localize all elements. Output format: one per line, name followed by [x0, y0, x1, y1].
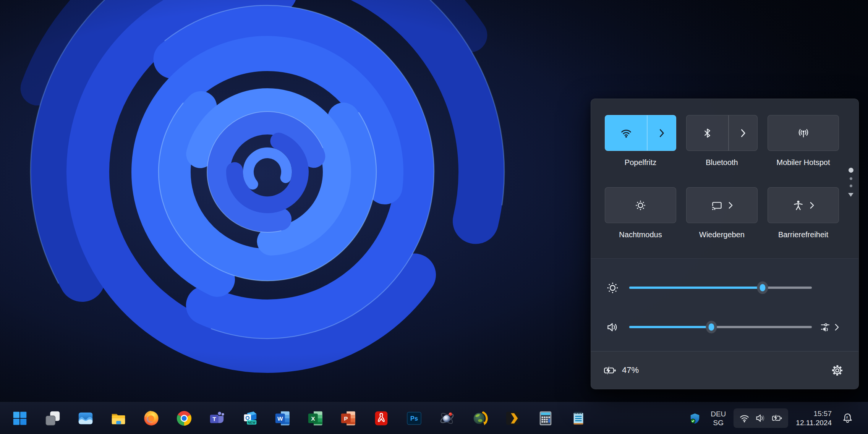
wifi-tile-label: Popelfritz [625, 157, 656, 167]
windows-start-icon [11, 410, 29, 427]
taskbar-jdownloader-button[interactable] [468, 406, 492, 431]
bluetooth-tile[interactable] [686, 115, 758, 151]
taskbar-task-manager-button[interactable] [73, 406, 98, 431]
cast-tile[interactable] [686, 187, 758, 223]
language-line2: SG [711, 418, 726, 427]
task-manager-icon [77, 410, 94, 427]
page-dot-current[interactable] [849, 168, 853, 173]
taskbar-calculator-button[interactable] [533, 406, 558, 431]
language-switcher[interactable]: DEU SG [711, 410, 726, 427]
taskbar-teams-button[interactable]: T [205, 406, 229, 431]
svg-text:X: X [311, 415, 315, 422]
wifi-toggle[interactable] [605, 115, 647, 151]
taskbar-excel-button[interactable]: X [303, 406, 328, 431]
brightness-track[interactable] [629, 287, 812, 289]
battery-status[interactable]: 47% [603, 365, 639, 376]
photoshop-icon: Ps [405, 410, 423, 427]
taskbar-task-view-button[interactable] [40, 406, 65, 431]
quick-settings-footer: 47% [591, 351, 858, 389]
plex-icon [504, 410, 521, 427]
taskbar-powerpoint-button[interactable]: P [336, 406, 361, 431]
night-mode-tile-label: Nachtmodus [619, 230, 662, 240]
taskbar-start-button[interactable] [8, 406, 32, 431]
taskbar-notepad-button[interactable] [566, 406, 591, 431]
svg-text:W: W [277, 415, 283, 422]
hotspot-cell: Mobiler Hotspot [768, 115, 839, 187]
jdownloader-globe-icon [471, 410, 489, 427]
next-page-arrow[interactable] [848, 193, 853, 197]
accessibility-cell: Barrierefreiheit [768, 187, 839, 259]
night-mode-icon [635, 199, 646, 211]
taskbar-word-button[interactable]: W [270, 406, 295, 431]
volume-track[interactable] [629, 326, 812, 328]
atom-orbit-app-icon [438, 410, 456, 427]
system-tray: DEU SG [687, 402, 868, 434]
svg-text:z: z [849, 413, 850, 417]
wifi-tile[interactable] [605, 115, 676, 151]
bluetooth-expand-button[interactable] [729, 115, 757, 151]
brightness-slider-thumb[interactable] [757, 282, 768, 294]
tile-pagination [848, 168, 853, 197]
settings-button[interactable] [828, 361, 846, 379]
gear-icon [831, 364, 844, 377]
battery-tray-icon [772, 413, 783, 424]
taskbar-acrobat-button[interactable] [369, 406, 394, 431]
teams-icon: T [208, 410, 226, 427]
accessibility-icon [792, 199, 804, 211]
clock-date: 12.11.2024 [796, 418, 832, 428]
page-dot[interactable] [850, 177, 852, 180]
accessibility-tile-label: Barrierefreiheit [778, 230, 828, 240]
language-line1: DEU [711, 410, 726, 418]
firefox-icon [143, 410, 160, 427]
wifi-cell: Popelfritz [605, 115, 676, 187]
chevron-right-icon [810, 201, 815, 209]
chevron-right-icon [659, 128, 665, 138]
brightness-row [605, 279, 812, 296]
excel-icon: X [307, 410, 324, 427]
security-shield-icon [689, 413, 701, 424]
bluetooth-toggle[interactable] [687, 115, 728, 151]
notification-center-button[interactable]: z z [839, 410, 856, 426]
brightness-slider[interactable] [629, 280, 812, 295]
quick-settings-tray-button[interactable] [734, 408, 788, 428]
volume-slider[interactable] [629, 319, 812, 335]
svg-text:P: P [344, 415, 348, 422]
volume-slider-thumb[interactable] [706, 321, 717, 334]
taskbar-firefox-button[interactable] [139, 406, 164, 431]
audio-output-button[interactable] [820, 322, 839, 332]
bluetooth-cell: Bluetooth [686, 115, 758, 187]
clock[interactable]: 15:57 12.11.2024 [796, 409, 832, 428]
taskbar-apps: T O NEW [0, 406, 591, 431]
volume-icon [605, 321, 620, 334]
word-icon: W [274, 410, 291, 427]
taskbar-photoshop-button[interactable]: Ps [402, 406, 426, 431]
clock-time: 15:57 [796, 409, 832, 418]
taskbar-media-atom-button[interactable] [435, 406, 459, 431]
svg-text:z: z [846, 415, 848, 419]
calculator-icon [537, 410, 554, 427]
night-mode-cell: Nachtmodus [605, 187, 676, 259]
cast-cell: Wiedergeben [686, 187, 758, 259]
wifi-icon [620, 126, 633, 139]
taskbar-file-explorer-button[interactable] [106, 406, 131, 431]
page-dot[interactable] [850, 185, 852, 187]
brightness-icon [605, 281, 620, 295]
taskbar-plex-button[interactable] [500, 406, 525, 431]
volume-row [605, 319, 839, 335]
windows-security-tray-button[interactable] [687, 410, 703, 426]
chevron-right-icon [740, 128, 746, 138]
taskbar-chrome-button[interactable] [172, 406, 196, 431]
notepad-icon [570, 410, 587, 427]
wifi-expand-button[interactable] [648, 115, 676, 151]
acrobat-reader-icon [372, 410, 390, 427]
task-view-icon [44, 410, 62, 427]
battery-charging-icon [603, 365, 617, 376]
accessibility-tile[interactable] [768, 187, 839, 223]
taskbar-outlook-button[interactable]: O NEW [238, 406, 262, 431]
mobile-hotspot-tile[interactable] [768, 115, 839, 151]
chevron-right-icon [728, 201, 733, 209]
night-mode-tile[interactable] [605, 187, 676, 223]
volume-tray-icon [755, 413, 766, 424]
mobile-hotspot-icon [797, 126, 810, 139]
desktop: Popelfritz Blue [0, 0, 868, 434]
